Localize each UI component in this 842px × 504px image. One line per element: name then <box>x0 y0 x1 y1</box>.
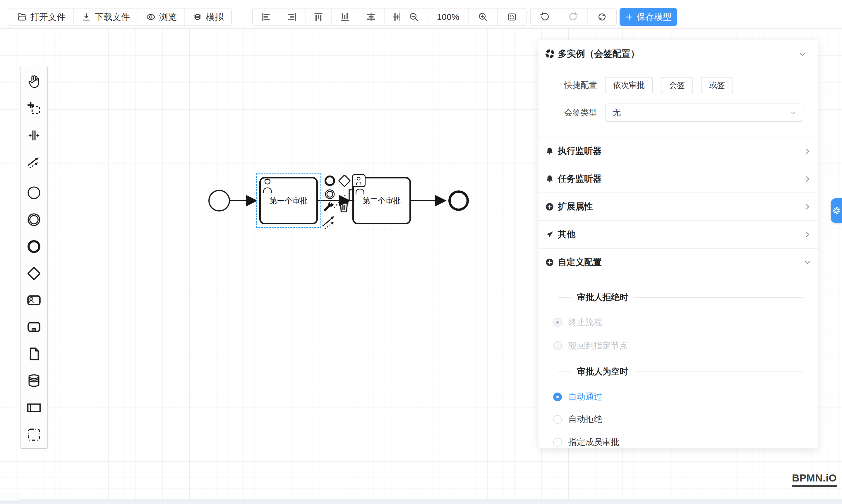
zoom-out-button[interactable] <box>400 8 428 25</box>
redo-button[interactable] <box>559 8 588 25</box>
user-task-person-icon <box>262 178 275 194</box>
section-label: 执行监听器 <box>558 145 800 157</box>
palette-subprocess[interactable] <box>27 320 41 335</box>
zoom-in-icon <box>478 12 488 22</box>
sign-type-select[interactable]: 无 <box>605 104 803 122</box>
radio-circle[interactable] <box>553 318 562 327</box>
download-file-button[interactable]: 下载文件 <box>74 8 138 25</box>
space-tool[interactable] <box>27 128 41 143</box>
gear-icon <box>832 206 841 215</box>
divider-line <box>634 372 803 372</box>
radio-auto-pass[interactable]: 自动通过 <box>553 391 602 403</box>
footer-chip <box>0 494 20 502</box>
section-task-listener[interactable]: 任务监听器 <box>539 165 818 193</box>
radio-label: 自动通过 <box>568 391 602 403</box>
bell-icon <box>545 147 554 156</box>
zoom-out-icon <box>408 12 419 22</box>
radio-assign-member[interactable]: 指定成员审批 <box>553 436 619 448</box>
align-center-horizontal-button[interactable] <box>358 8 385 25</box>
section-execution-listener[interactable]: 执行监听器 <box>539 137 818 165</box>
radio-terminate-process[interactable]: 终止流程 <box>553 317 602 328</box>
align-bottom-button[interactable] <box>332 8 358 25</box>
divider-title: 审批人拒绝时 <box>577 292 628 303</box>
global-connect-tool[interactable] <box>27 155 41 170</box>
palette-data-store[interactable] <box>27 373 41 388</box>
palette-separator <box>24 176 44 176</box>
zoom-tool-group: 100% <box>400 8 527 26</box>
zoom-in-button[interactable] <box>469 8 498 25</box>
append-gateway-icon[interactable] <box>337 174 351 188</box>
save-model-button[interactable]: 保存模型 <box>619 8 677 26</box>
palette-participant-pool[interactable] <box>27 400 41 415</box>
plus-circle-icon <box>545 258 554 267</box>
palette-data-object[interactable] <box>27 346 41 362</box>
undo-button[interactable] <box>531 8 559 25</box>
palette-start-event[interactable] <box>27 185 41 200</box>
chevron-right-icon <box>803 231 811 239</box>
section-label: 任务监听器 <box>558 173 800 185</box>
connect-arrows-icon[interactable] <box>321 214 339 230</box>
redo-icon <box>568 12 579 22</box>
fit-viewport-button[interactable] <box>498 8 526 25</box>
preview-button[interactable]: 浏览 <box>138 8 185 25</box>
align-top-button[interactable] <box>305 8 332 25</box>
bpmn-editor-app: 打开文件 下载文件 浏览 模拟 <box>0 0 842 504</box>
chevron-right-icon <box>803 175 811 183</box>
download-file-label: 下载文件 <box>95 11 130 23</box>
quick-btn-orsign[interactable]: 或签 <box>701 77 733 93</box>
palette-group[interactable] <box>27 427 41 442</box>
append-intermediate-event-icon[interactable] <box>323 188 336 201</box>
quick-btn-countersign-label: 会签 <box>669 80 685 90</box>
divider-approver-rejects: 审批人拒绝时 <box>558 293 803 302</box>
section-other[interactable]: 其他 <box>539 220 818 248</box>
align-left-button[interactable] <box>253 8 279 25</box>
panel-header[interactable]: 多实例（会签配置） <box>539 40 818 68</box>
sign-type-row: 会签类型 无 <box>539 104 818 122</box>
radio-circle[interactable] <box>553 393 562 401</box>
radio-circle[interactable] <box>553 438 562 447</box>
undo-icon <box>539 12 550 22</box>
lasso-tool[interactable] <box>27 101 41 116</box>
section-extended-attributes[interactable]: 扩展属性 <box>539 193 818 220</box>
hand-tool[interactable] <box>27 73 41 89</box>
refresh-button[interactable] <box>588 8 616 25</box>
align-right-button[interactable] <box>279 8 305 25</box>
quick-btn-sequential[interactable]: 依次审批 <box>605 77 653 93</box>
zoom-level-display[interactable]: 100% <box>428 8 469 25</box>
settings-tab[interactable] <box>831 198 842 223</box>
quick-btn-sequential-label: 依次审批 <box>613 80 645 90</box>
palette-gateway[interactable] <box>27 266 41 281</box>
sign-type-label: 会签类型 <box>539 107 597 118</box>
zoom-level-value: 100% <box>437 12 459 22</box>
chevron-down-icon[interactable] <box>798 50 807 58</box>
palette-user-task[interactable] <box>27 292 41 308</box>
append-user-task-icon[interactable] <box>352 174 366 187</box>
append-end-event-icon[interactable] <box>323 174 336 187</box>
download-icon <box>81 12 91 22</box>
palette-intermediate-event[interactable] <box>27 212 41 227</box>
send-icon <box>545 230 554 239</box>
radio-auto-reject[interactable]: 自动拒绝 <box>553 414 602 425</box>
radio-return-to-node[interactable]: 驳回到指定节点 <box>553 340 628 352</box>
align-right-icon <box>287 12 297 22</box>
chevron-right-icon <box>803 147 811 155</box>
panel-title: 多实例（会签配置） <box>558 48 811 60</box>
radio-circle[interactable] <box>553 415 562 424</box>
change-type-wrench-icon[interactable] <box>322 200 336 214</box>
open-file-button[interactable]: 打开文件 <box>10 8 74 25</box>
divider-title: 审批人为空时 <box>577 366 628 378</box>
bpmn-io-logo[interactable]: BPMN.iO <box>792 472 837 487</box>
start-event-shape[interactable] <box>208 190 230 212</box>
palette-end-event[interactable] <box>27 239 41 254</box>
task-first-approval-label: 第一个审批 <box>269 196 308 206</box>
preview-label: 浏览 <box>159 11 177 23</box>
quick-btn-countersign[interactable]: 会签 <box>661 77 693 93</box>
simulate-button[interactable]: 模拟 <box>185 8 231 25</box>
divider-line <box>558 372 571 372</box>
section-custom-config[interactable]: 自定义配置 <box>539 248 818 276</box>
radio-circle[interactable] <box>553 341 562 350</box>
delete-trash-icon[interactable] <box>337 199 351 214</box>
top-toolbar: 打开文件 下载文件 浏览 模拟 <box>0 0 842 29</box>
radio-label: 自动拒绝 <box>568 414 602 425</box>
end-event-shape[interactable] <box>449 191 469 211</box>
